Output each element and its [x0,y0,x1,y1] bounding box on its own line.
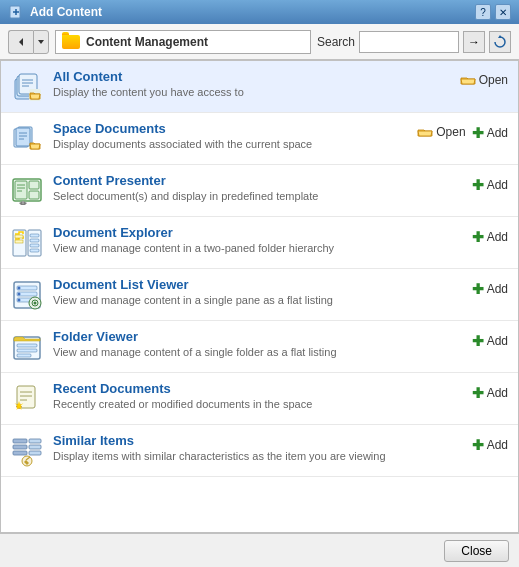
list-item[interactable]: Recent DocumentsRecently created or modi… [1,373,518,425]
item-actions: Open✚Add [417,125,508,141]
item-actions: Open [460,73,508,87]
item-actions: ✚Add [472,333,508,349]
add-plus-icon: ✚ [472,281,484,297]
help-button[interactable]: ? [475,4,491,20]
svg-rect-57 [13,451,27,455]
item-title: All Content [53,69,450,84]
add-button[interactable]: ✚Add [472,177,508,193]
svg-point-44 [34,302,37,305]
list-item[interactable]: Document ExplorerView and manage content… [1,217,518,269]
item-description: View and manage content in a single pane… [53,294,462,306]
svg-rect-47 [17,349,37,352]
item-actions: ✚Add [472,177,508,193]
content-presenter-icon [11,175,43,207]
item-title: Recent Documents [53,381,462,396]
open-button[interactable]: Open [460,73,508,87]
add-plus-icon: ✚ [472,437,484,453]
folder-icon [62,35,80,49]
svg-rect-24 [29,181,39,189]
svg-rect-48 [17,354,31,357]
add-button[interactable]: ✚Add [472,333,508,349]
svg-rect-29 [15,235,23,238]
item-description: Display documents associated with the cu… [53,138,407,150]
close-button[interactable]: Close [444,540,509,562]
title-bar-icons: ? ✕ [475,4,511,20]
dropdown-icon [37,38,45,46]
folder-path: Content Management [55,30,311,54]
title-bar-left: Add Content [8,4,102,20]
svg-rect-60 [29,451,41,455]
list-item[interactable]: Document List ViewerView and manage cont… [1,269,518,321]
list-item[interactable]: Space DocumentsDisplay documents associa… [1,113,518,165]
item-body: Recent DocumentsRecently created or modi… [53,381,462,410]
item-description: View and manage content in a two-paned f… [53,242,462,254]
add-button[interactable]: ✚Add [472,437,508,453]
content-list: All ContentDisplay the content you have … [0,60,519,533]
back-icon [15,36,27,48]
item-description: Display the content you have access to [53,86,450,98]
item-title: Space Documents [53,121,407,136]
all-content-icon [11,71,43,103]
list-item[interactable]: Content PresenterSelect document(s) and … [1,165,518,217]
item-body: Similar ItemsDisplay items with similar … [53,433,462,462]
window-title: Add Content [30,5,102,19]
refresh-button[interactable] [489,31,511,53]
recent-documents-icon [11,383,43,415]
svg-rect-46 [17,344,37,347]
folder-path-label: Content Management [86,35,208,49]
close-title-button[interactable]: ✕ [495,4,511,20]
svg-point-41 [18,299,21,302]
add-button[interactable]: ✚Add [472,229,508,245]
add-content-icon [8,4,24,20]
svg-rect-20 [15,181,27,199]
svg-marker-4 [38,40,44,44]
document-explorer-icon [11,227,43,259]
item-actions: ✚Add [472,437,508,453]
item-body: Document List ViewerView and manage cont… [53,277,462,306]
item-title: Similar Items [53,433,462,448]
add-plus-icon: ✚ [472,229,484,245]
svg-rect-56 [13,445,27,449]
svg-rect-25 [29,191,39,199]
list-item[interactable]: Similar ItemsDisplay items with similar … [1,425,518,477]
item-body: All ContentDisplay the content you have … [53,69,450,98]
back-button[interactable] [8,30,33,54]
svg-rect-30 [15,240,23,243]
search-input[interactable] [359,31,459,53]
svg-rect-58 [29,439,41,443]
item-body: Content PresenterSelect document(s) and … [53,173,462,202]
svg-rect-59 [29,445,41,449]
item-body: Space DocumentsDisplay documents associa… [53,121,407,150]
item-title: Document List Viewer [53,277,462,292]
open-folder-icon [460,74,476,86]
item-title: Content Presenter [53,173,462,188]
list-item[interactable]: All ContentDisplay the content you have … [1,61,518,113]
similar-items-icon [11,435,43,467]
space-documents-icon [11,123,43,155]
svg-rect-32 [30,239,39,242]
svg-rect-31 [30,234,39,237]
svg-marker-3 [19,38,23,46]
nav-dropdown-button[interactable] [33,30,49,54]
refresh-icon [493,35,507,49]
add-plus-icon: ✚ [472,125,484,141]
add-plus-icon: ✚ [472,177,484,193]
item-description: Display items with similar characteristi… [53,450,462,462]
add-button[interactable]: ✚Add [472,281,508,297]
toolbar: Content Management Search → [0,24,519,60]
svg-rect-15 [16,128,30,146]
nav-buttons [8,30,49,54]
item-description: Select document(s) and display in predef… [53,190,462,202]
add-button[interactable]: ✚Add [472,125,508,141]
item-actions: ✚Add [472,385,508,401]
item-actions: ✚Add [472,229,508,245]
add-plus-icon: ✚ [472,385,484,401]
add-button[interactable]: ✚Add [472,385,508,401]
item-body: Document ExplorerView and manage content… [53,225,462,254]
open-button[interactable]: Open [417,125,465,139]
svg-point-40 [18,293,21,296]
list-item[interactable]: Folder ViewerView and manage content of … [1,321,518,373]
svg-rect-55 [13,439,27,443]
title-bar: Add Content ? ✕ [0,0,519,24]
search-button[interactable]: → [463,31,485,53]
